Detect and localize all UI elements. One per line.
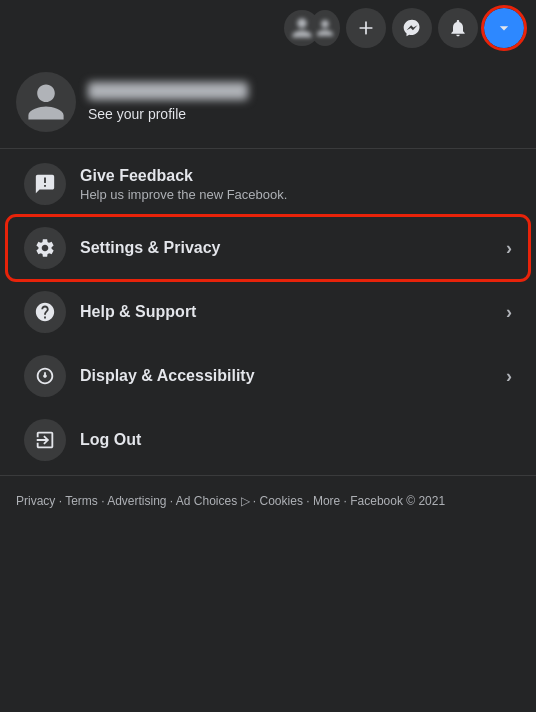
help-title: Help & Support (80, 303, 492, 321)
settings-icon (24, 227, 66, 269)
give-feedback-item[interactable]: Give Feedback Help us improve the new Fa… (8, 153, 528, 215)
settings-chevron: › (506, 238, 512, 259)
help-chevron: › (506, 302, 512, 323)
divider-1 (0, 148, 536, 149)
footer-links: Privacy · Terms · Advertising · Ad Choic… (16, 494, 445, 508)
account-dropdown-button[interactable] (484, 8, 524, 48)
help-support-item[interactable]: Help & Support › (8, 281, 528, 343)
profile-section[interactable]: See your profile (0, 60, 536, 144)
settings-title: Settings & Privacy (80, 239, 492, 257)
logout-text: Log Out (80, 431, 512, 449)
dropdown-menu: See your profile Give Feedback Help us i… (0, 56, 536, 527)
divider-2 (0, 475, 536, 476)
display-text: Display & Accessibility (80, 367, 492, 385)
profile-info: See your profile (88, 82, 248, 122)
feedback-subtitle: Help us improve the new Facebook. (80, 187, 512, 202)
logout-icon (24, 419, 66, 461)
display-title: Display & Accessibility (80, 367, 492, 385)
feedback-icon (24, 163, 66, 205)
help-icon (24, 291, 66, 333)
settings-text: Settings & Privacy (80, 239, 492, 257)
display-chevron: › (506, 366, 512, 387)
feedback-text: Give Feedback Help us improve the new Fa… (80, 167, 512, 202)
see-profile-label: See your profile (88, 106, 248, 122)
create-button[interactable] (346, 8, 386, 48)
profile-name-blurred (88, 82, 248, 100)
feedback-title: Give Feedback (80, 167, 512, 185)
profile-avatar-icon[interactable] (284, 10, 340, 46)
footer: Privacy · Terms · Advertising · Ad Choic… (0, 480, 536, 523)
display-icon (24, 355, 66, 397)
settings-privacy-item[interactable]: Settings & Privacy › (8, 217, 528, 279)
notifications-button[interactable] (438, 8, 478, 48)
top-bar (0, 0, 536, 56)
display-accessibility-item[interactable]: Display & Accessibility › (8, 345, 528, 407)
logout-item[interactable]: Log Out (8, 409, 528, 471)
avatar (16, 72, 76, 132)
help-text: Help & Support (80, 303, 492, 321)
messenger-button[interactable] (392, 8, 432, 48)
logout-title: Log Out (80, 431, 512, 449)
